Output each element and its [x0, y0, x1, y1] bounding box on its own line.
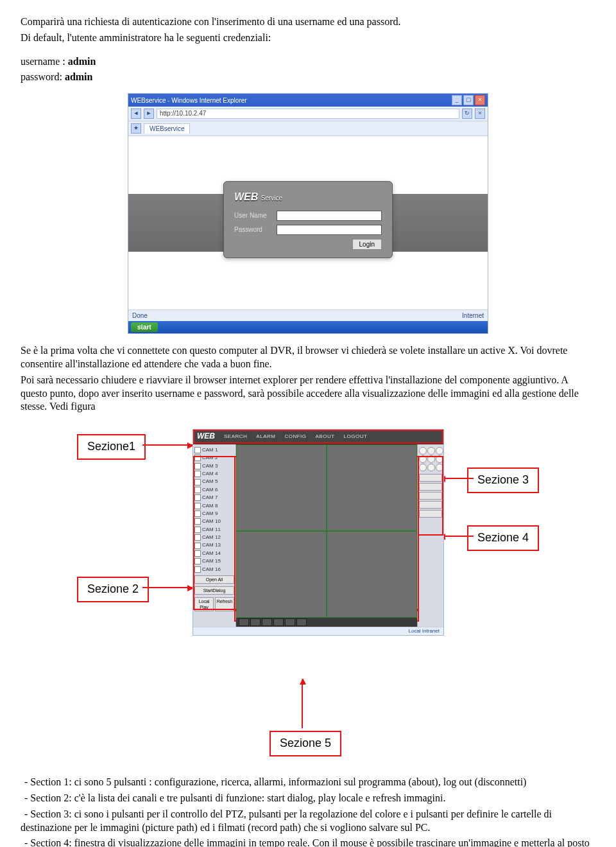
layout-button[interactable] [262, 618, 272, 626]
start-dialog-button[interactable]: StartDialog [194, 586, 234, 595]
ptz-down-icon[interactable] [427, 464, 435, 471]
ptz-iris[interactable] [419, 492, 442, 500]
checkbox-icon[interactable] [194, 494, 201, 501]
channel-item[interactable]: CAM 9 [194, 511, 234, 517]
ptz-controls [419, 447, 442, 471]
channel-item[interactable]: CAM 6 [194, 487, 234, 493]
login-pass-input[interactable] [277, 225, 382, 235]
channel-item[interactable]: CAM 3 [194, 463, 234, 469]
layout-button[interactable] [273, 618, 284, 626]
refresh-icon[interactable]: ↻ [462, 109, 472, 119]
channel-item[interactable]: CAM 11 [194, 527, 234, 533]
paragraph-intro-1: Comparirà una richiesta di autenticazion… [21, 15, 595, 29]
channel-item[interactable]: CAM 8 [194, 503, 234, 509]
video-cell[interactable] [236, 444, 327, 531]
checkbox-icon[interactable] [194, 527, 201, 533]
web-service-window: WEB SEARCHALARMCONFIGABOUTLOGOUT CAM 1CA… [193, 429, 444, 636]
color-control[interactable] [419, 501, 442, 509]
login-pass-label: Password [234, 225, 273, 234]
close-icon[interactable]: × [475, 95, 485, 105]
layout-button[interactable] [250, 618, 261, 626]
arrow-sezione-5 [302, 679, 303, 728]
layout-button[interactable] [285, 618, 295, 626]
checkbox-icon[interactable] [194, 463, 201, 469]
nav-config[interactable]: CONFIG [284, 433, 306, 440]
open-all-button[interactable]: Open All [194, 575, 234, 584]
ptz-right-icon[interactable] [436, 455, 443, 463]
login-user-input[interactable] [277, 211, 382, 221]
channel-item[interactable]: CAM 15 [194, 558, 234, 564]
ptz-up-right-icon[interactable] [436, 447, 443, 455]
channel-item[interactable]: CAM 5 [194, 478, 234, 485]
channel-item[interactable]: CAM 7 [194, 494, 234, 501]
callout-sezione-5: Sezione 5 [270, 731, 341, 756]
checkbox-icon[interactable] [194, 503, 201, 509]
video-cell[interactable] [327, 444, 417, 531]
callout-sezione-1: Sezione1 [77, 434, 146, 459]
channel-item[interactable]: CAM 4 [194, 471, 234, 477]
login-button[interactable]: Login [352, 239, 382, 250]
channel-item[interactable]: CAM 10 [194, 518, 234, 525]
ie-page-content: WEB Service User Name Password Login [128, 136, 488, 310]
checkbox-icon[interactable] [194, 558, 201, 564]
video-cell[interactable] [327, 531, 417, 618]
arrow-sezione-4 [440, 536, 474, 537]
ptz-up-left-icon[interactable] [419, 447, 427, 455]
nav-about[interactable]: ABOUT [316, 433, 335, 440]
favorites-icon[interactable]: ★ [131, 123, 141, 134]
ptz-center-icon[interactable] [427, 455, 435, 463]
checkbox-icon[interactable] [194, 518, 201, 525]
web-logo: WEB [197, 432, 215, 442]
checkbox-icon[interactable] [194, 487, 201, 493]
status-right: Internet [462, 311, 484, 320]
ptz-down-right-icon[interactable] [436, 464, 443, 471]
ptz-down-left-icon[interactable] [419, 464, 427, 471]
checkbox-icon[interactable] [194, 511, 201, 517]
ptz-up-icon[interactable] [427, 447, 435, 455]
arrow-sezione-1 [142, 444, 193, 446]
layout-button[interactable] [296, 618, 307, 626]
checkbox-icon[interactable] [194, 447, 201, 453]
ptz-zoom[interactable] [419, 474, 442, 482]
checkbox-icon[interactable] [194, 471, 201, 477]
ie-tab[interactable]: WEBservice [144, 123, 190, 134]
nav-logout[interactable]: LOGOUT [344, 433, 368, 440]
section-4-text: - Section 4: finestra di visualizzazione… [21, 837, 595, 847]
refresh-button[interactable]: Refresh [215, 597, 234, 611]
forward-icon[interactable]: ► [144, 109, 154, 119]
username-label: username : [21, 56, 68, 67]
nav-search[interactable]: SEARCH [224, 433, 247, 440]
checkbox-icon[interactable] [194, 455, 201, 461]
channel-item[interactable]: CAM 13 [194, 542, 234, 548]
checkbox-icon[interactable] [194, 566, 201, 573]
layout-button[interactable] [239, 618, 249, 626]
stop-icon[interactable]: × [475, 109, 485, 119]
channel-item[interactable]: CAM 12 [194, 534, 234, 541]
video-cell[interactable] [236, 531, 327, 618]
checkbox-icon[interactable] [194, 550, 201, 557]
screenshot-sections-annotated: Sezione1 Sezione 2 Sezione 3 Sezione 4 S… [77, 423, 539, 769]
ptz-focus[interactable] [419, 483, 442, 491]
ie-tab-bar: ★ WEBservice [128, 121, 488, 136]
minimize-icon[interactable]: _ [452, 95, 462, 105]
checkbox-icon[interactable] [194, 543, 201, 549]
checkbox-icon[interactable] [194, 479, 201, 485]
back-icon[interactable]: ◄ [131, 109, 141, 119]
path-control[interactable] [419, 510, 442, 518]
local-play-button[interactable]: Local Play [194, 597, 214, 611]
web-top-nav: WEB SEARCHALARMCONFIGABOUTLOGOUT [193, 430, 443, 444]
address-input[interactable]: http://10.10.2.47 [157, 109, 459, 119]
maximize-icon[interactable]: ▢ [463, 95, 474, 105]
status-left: Done [132, 311, 148, 320]
checkbox-icon[interactable] [194, 534, 201, 541]
login-logo: WEB Service [234, 191, 382, 204]
start-button[interactable]: start [131, 322, 158, 332]
channel-item[interactable]: CAM 2 [194, 455, 234, 461]
paragraph-intro-2: Di default, l'utente amministratore ha l… [21, 31, 595, 45]
channel-item[interactable]: CAM 16 [194, 566, 234, 573]
nav-alarm[interactable]: ALARM [256, 433, 275, 440]
channel-item[interactable]: CAM 1 [194, 447, 234, 453]
ptz-left-icon[interactable] [419, 455, 427, 463]
channel-item[interactable]: CAM 14 [194, 550, 234, 557]
windows-taskbar: start [128, 321, 488, 333]
